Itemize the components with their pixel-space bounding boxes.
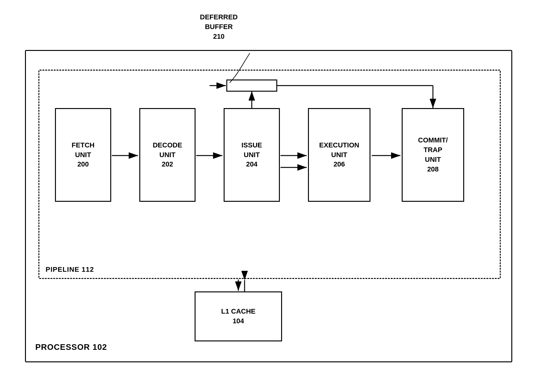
- fetch-unit-label: FETCHUNIT200: [72, 141, 94, 169]
- pipeline-box: FETCHUNIT200 DECODEUNIT202 ISSUEUNIT204 …: [38, 70, 501, 279]
- commit-trap-unit-label: COMMIT/TRAPUNIT208: [418, 136, 448, 174]
- issue-unit-label: ISSUEUNIT204: [241, 141, 262, 169]
- deferred-buffer-label: DEFERREDBUFFER210: [200, 12, 238, 41]
- diagram-container: DEFERREDBUFFER210 FETCHUNIT200 DECODEUNI…: [19, 12, 522, 378]
- l1-cache-label: L1 CACHE104: [221, 307, 256, 326]
- svg-rect-9: [227, 80, 277, 91]
- execution-unit-box: EXECUTIONUNIT206: [308, 108, 370, 202]
- commit-trap-unit-box: COMMIT/TRAPUNIT208: [402, 108, 464, 202]
- decode-unit-label: DECODEUNIT202: [153, 141, 182, 169]
- execution-unit-label: EXECUTIONUNIT206: [319, 141, 359, 169]
- processor-label: PROCESSOR 102: [35, 342, 107, 352]
- issue-unit-box: ISSUEUNIT204: [224, 108, 280, 202]
- l1-cache-box: L1 CACHE104: [195, 291, 282, 341]
- decode-unit-box: DECODEUNIT202: [139, 108, 196, 202]
- deferred-buffer-text: DEFERREDBUFFER210: [200, 13, 238, 40]
- fetch-unit-box: FETCHUNIT200: [55, 108, 111, 202]
- processor-box: FETCHUNIT200 DECODEUNIT202 ISSUEUNIT204 …: [25, 50, 512, 362]
- pipeline-label: PIPELINE 112: [46, 265, 94, 274]
